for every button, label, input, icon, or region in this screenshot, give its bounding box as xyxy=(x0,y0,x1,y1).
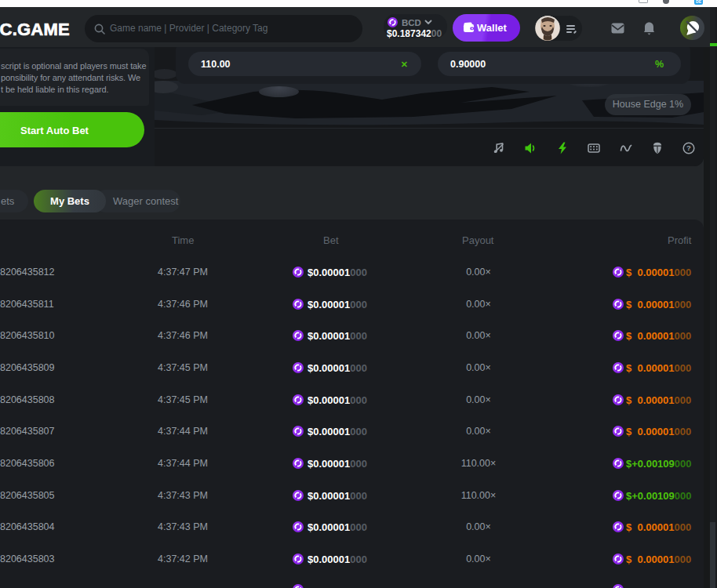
svg-text:?: ? xyxy=(686,143,691,152)
